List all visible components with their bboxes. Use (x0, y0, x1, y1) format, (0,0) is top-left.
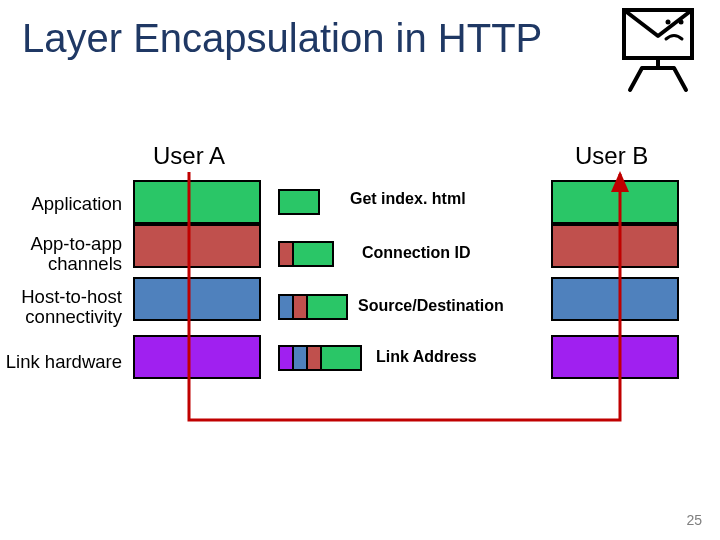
stack-b-link (551, 335, 679, 379)
user-a-label: User A (153, 142, 225, 170)
stack-a-application (133, 180, 261, 224)
stack-a-network (133, 277, 261, 321)
stack-a-link (133, 335, 261, 379)
msg-link: Link Address (376, 348, 477, 366)
layer-label-network: Host-to-host connectivity (2, 287, 122, 328)
page-number: 25 (686, 512, 702, 528)
packet-application (278, 189, 320, 215)
packet-network (278, 294, 348, 320)
layer-label-link: Link hardware (2, 352, 122, 372)
layer-label-transport: App-to-app channels (2, 234, 122, 275)
stack-a-transport (133, 224, 261, 268)
stack-b-application (551, 180, 679, 224)
layer-label-application: Application (2, 194, 122, 214)
stack-b-transport (551, 224, 679, 268)
msg-network: Source/Destination (358, 297, 504, 315)
slide-title: Layer Encapsulation in HTTP (22, 16, 542, 61)
packet-link (278, 345, 362, 371)
envelope-icon (608, 4, 708, 98)
user-b-label: User B (575, 142, 648, 170)
msg-transport: Connection ID (362, 244, 470, 262)
packet-transport (278, 241, 334, 267)
stack-b-network (551, 277, 679, 321)
svg-point-1 (666, 20, 671, 25)
svg-point-2 (679, 20, 684, 25)
msg-application: Get index. html (350, 190, 466, 208)
